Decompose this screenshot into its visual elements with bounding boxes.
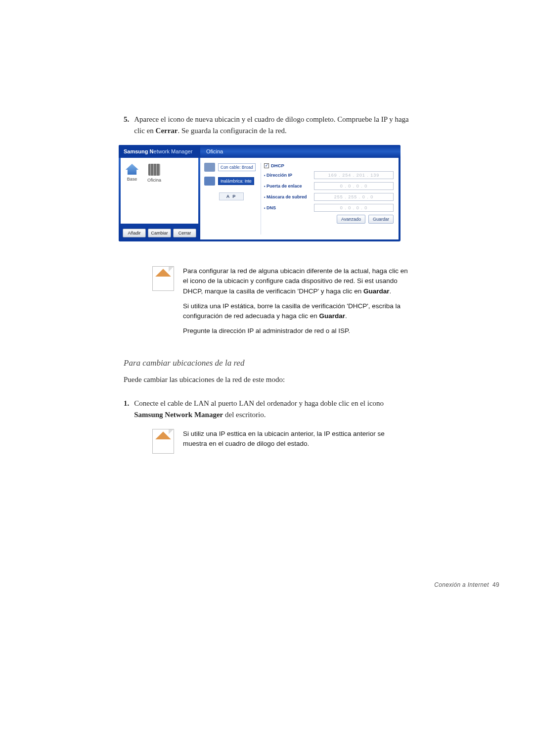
close-button[interactable]: Cerrar bbox=[173, 229, 196, 237]
dhcp-checkbox[interactable]: ✓ DHCP bbox=[264, 163, 284, 168]
location-base-label: Base bbox=[127, 177, 137, 182]
gateway-field[interactable]: 0 . 0 . 0 . 0 bbox=[314, 182, 394, 190]
location-oficina-label: Oficina bbox=[147, 178, 161, 183]
location-buttons: Añadir Cambiar Cerrar bbox=[119, 226, 200, 241]
dhcp-label: DHCP bbox=[271, 163, 284, 168]
locations-pane: Samsung Network Manager Base Oficina Aña… bbox=[119, 145, 200, 241]
ip-config: ✓ DHCP Dirección IP 169 . 254 . 201 . 13… bbox=[264, 163, 394, 235]
mask-field[interactable]: 255 . 255 . 0 . 0 bbox=[314, 193, 394, 201]
note-icon bbox=[152, 266, 174, 291]
config-body: Con cable: Broad Inalámbrica: Inte A P ✓… bbox=[200, 158, 399, 239]
step-5-body: Aparece el icono de nueva ubicacin y el … bbox=[134, 114, 410, 136]
note2-p1: Si utiliz una IP esttica en la ubicacin … bbox=[183, 429, 410, 449]
config-title: Oficina bbox=[200, 145, 400, 158]
locations-list: Base Oficina bbox=[121, 158, 198, 224]
note1-p1: Para configurar la red de alguna ubicaci… bbox=[183, 266, 410, 296]
config-pane: Oficina Con cable: Broad Inalámbrica: In… bbox=[200, 145, 400, 241]
note-icon bbox=[152, 429, 174, 454]
step-1-body: Conecte el cable de LAN al puerto LAN de… bbox=[134, 398, 410, 420]
note1-p1c: . bbox=[390, 287, 392, 295]
page-content: 5. Aparece el icono de nueva ubicacin y … bbox=[124, 114, 410, 471]
step-5-number: 5. bbox=[124, 114, 129, 136]
step-1: 1. Conecte el cable de LAN al puerto LAN… bbox=[124, 398, 410, 420]
home-icon bbox=[126, 164, 138, 175]
heading-change-locations: Para cambiar ubicaciones de la red bbox=[124, 358, 410, 368]
ip-field[interactable]: 169 . 254 . 201 . 139 bbox=[314, 171, 394, 179]
ip-label: Dirección IP bbox=[264, 173, 311, 178]
device-wired-label: Con cable: Broad bbox=[218, 163, 256, 171]
note1-p2a: Si utiliza una IP estática, borre la cas… bbox=[183, 302, 400, 320]
device-wireless[interactable]: Inalámbrica: Inte bbox=[204, 177, 259, 186]
device-column: Con cable: Broad Inalámbrica: Inte A P bbox=[204, 163, 261, 235]
note1-p2c: . bbox=[345, 312, 347, 320]
office-icon bbox=[148, 164, 160, 176]
config-buttons: Avanzado Guardar bbox=[264, 215, 394, 224]
wired-icon bbox=[204, 163, 215, 172]
dns-field[interactable]: 0 . 0 . 0 . 0 bbox=[314, 204, 394, 212]
note-config-tip: Para configurar la red de alguna ubicaci… bbox=[152, 266, 410, 341]
step1-a: Conecte el cable de LAN al puerto LAN de… bbox=[134, 399, 384, 407]
save-button[interactable]: Guardar bbox=[368, 215, 394, 224]
footer-page: 49 bbox=[492, 581, 499, 588]
note1-p3: Pregunte la dirección IP al administrado… bbox=[183, 326, 410, 336]
step-1-number: 1. bbox=[124, 398, 129, 420]
location-base[interactable]: Base bbox=[126, 164, 138, 182]
note1-p1b: Guardar bbox=[363, 287, 390, 295]
footer-label: Conexión a Internet bbox=[434, 581, 489, 588]
app-title-rest: etwork Manager bbox=[154, 148, 193, 154]
dns-label: DNS bbox=[264, 205, 311, 210]
device-wireless-label: Inalámbrica: Inte bbox=[218, 177, 254, 185]
device-wired[interactable]: Con cable: Broad bbox=[204, 163, 259, 172]
change-button[interactable]: Cambiar bbox=[148, 229, 171, 237]
gateway-label: Puerta de enlace bbox=[264, 184, 311, 189]
note1-p2: Si utiliza una IP estática, borre la cas… bbox=[183, 301, 410, 322]
step-5-text-after: . Se guarda la configuracin de la red. bbox=[178, 127, 287, 135]
add-button[interactable]: Añadir bbox=[123, 229, 146, 237]
note2-body: Si utiliz una IP esttica en la ubicacin … bbox=[183, 429, 410, 454]
ap-button[interactable]: A P bbox=[219, 192, 244, 200]
note1-p2b: Guardar bbox=[319, 312, 345, 320]
app-title-strong: Samsung N bbox=[124, 148, 154, 154]
cerrar-bold: Cerrar bbox=[156, 127, 178, 135]
note-body: Para configurar la red de alguna ubicaci… bbox=[183, 266, 410, 341]
app-title: Samsung Network Manager bbox=[119, 145, 200, 158]
step-5: 5. Aparece el icono de nueva ubicacin y … bbox=[124, 114, 410, 136]
note-static-ip: Si utiliz una IP esttica en la ubicacin … bbox=[152, 429, 410, 454]
wireless-icon bbox=[204, 177, 215, 186]
step1-c: del escritorio. bbox=[223, 411, 266, 419]
mask-label: Máscara de subred bbox=[264, 194, 311, 199]
checkbox-icon: ✓ bbox=[264, 163, 269, 168]
samsung-network-manager-window: Samsung Network Manager Base Oficina Aña… bbox=[119, 145, 400, 241]
advanced-button[interactable]: Avanzado bbox=[337, 215, 365, 224]
intro-text: Puede cambiar las ubicaciones de la red … bbox=[124, 374, 410, 385]
step1-b: Samsung Network Manager bbox=[134, 411, 223, 419]
location-oficina[interactable]: Oficina bbox=[147, 164, 161, 183]
page-footer: Conexión a Internet 49 bbox=[434, 581, 499, 588]
